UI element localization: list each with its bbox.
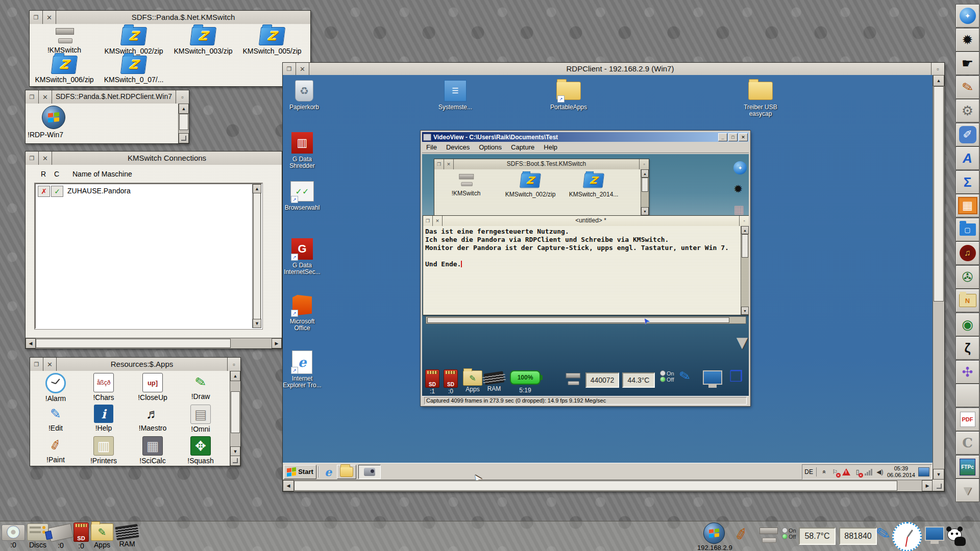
desktop-icon-papierkorb[interactable]: ♻ Papierkorb <box>283 79 329 111</box>
app-squash[interactable]: ✥ !Squash <box>177 436 224 465</box>
scrollbar-slider[interactable] <box>179 114 188 130</box>
blank-button[interactable] <box>955 384 979 407</box>
desktop-icon-internet-explorer[interactable]: e Internet Explorer Tro... <box>283 350 327 389</box>
close-icon[interactable] <box>39 152 52 165</box>
reset-cell-cross-icon[interactable]: ✗ <box>38 186 50 197</box>
connect-cell-check-icon[interactable]: ✓ <box>51 186 63 197</box>
eye-viewer-icon[interactable]: ◉ <box>955 313 979 336</box>
app-omni[interactable]: ▤ !Omni <box>177 405 224 433</box>
machine-name[interactable]: ZUHAUSE.Pandora <box>67 187 131 195</box>
quicklaunch-ie-icon[interactable]: e <box>322 465 335 479</box>
videoview-titlebar[interactable]: VideoView - C:\Users\Raik\Documents\Test… <box>422 132 749 142</box>
sigma-calc-icon[interactable]: Σ <box>955 170 979 194</box>
iconbar-kmswitch[interactable] <box>756 527 780 544</box>
desktop-icon-gdata-shredder[interactable]: ▥ G Data Shredder <box>283 131 327 169</box>
font-inspector-icon[interactable]: A <box>955 146 979 170</box>
iconbar-cd-drive[interactable]: :0 <box>1 524 26 549</box>
scrollbar-slider[interactable] <box>294 481 897 491</box>
iconbar-usb-drive[interactable]: :0 <box>48 525 74 549</box>
horizontal-scrollbar[interactable]: ◀ ▶ <box>26 338 282 348</box>
netfetch-folder-icon[interactable]: N <box>955 289 979 312</box>
c-compiler-icon[interactable]: C <box>955 431 979 455</box>
resize-handle[interactable] <box>179 133 189 143</box>
film-projector-icon[interactable]: ✇ <box>955 265 979 289</box>
list-scrollbar[interactable]: ▲ ▼ <box>252 184 261 328</box>
file-kmswitch-app[interactable]: !KMSwitch <box>31 27 98 54</box>
app-printers[interactable]: ▥ !Printers <box>80 436 127 465</box>
desktop-icon-portableapps[interactable]: PortableApps <box>544 79 593 111</box>
app-help[interactable]: i !Help <box>80 405 127 432</box>
close-icon[interactable] <box>43 358 57 371</box>
filer-kmswitch-titlebar[interactable]: SDFS::Panda.$.Net.KMSwitch <box>30 11 310 24</box>
iconbar-paint[interactable]: ✐ <box>735 525 748 543</box>
rdp-vertical-scrollbar[interactable]: ▲ ▼ <box>933 75 944 480</box>
iconbar-ram[interactable]: RAM <box>113 525 141 548</box>
pdf-icon[interactable]: PDF <box>955 408 979 431</box>
vertical-scrollbar[interactable]: ▲ <box>178 104 189 143</box>
scroll-up-icon[interactable]: ▲ <box>933 75 944 86</box>
file-zip-007[interactable]: Z KMSwitch_0_07/... <box>100 56 167 84</box>
back-icon[interactable] <box>30 358 43 371</box>
zeta-icon[interactable]: ζ <box>955 336 979 360</box>
menu-file[interactable]: File <box>426 143 437 151</box>
back-icon[interactable] <box>283 63 296 75</box>
back-icon[interactable] <box>30 11 43 24</box>
scroll-left-icon[interactable]: ◀ <box>283 480 294 491</box>
show-desktop-icon[interactable] <box>918 467 929 477</box>
app-maestro[interactable]: ♬ !Maestro <box>129 405 176 432</box>
close-icon[interactable] <box>296 63 309 75</box>
scroll-right-icon[interactable]: ▶ <box>922 480 933 491</box>
app-closeup[interactable]: up] !CloseUp <box>129 373 176 402</box>
nut-bolt-icon[interactable]: ⚙ <box>955 99 979 122</box>
file-rdp-win7-app[interactable]: !RDP-Win7 <box>26 106 82 139</box>
planet-icon[interactable]: ✦ <box>955 4 979 28</box>
music-disc-icon[interactable]: ♫ <box>955 241 979 265</box>
app-scicalc[interactable]: ▦ !SciCalc <box>129 436 176 465</box>
maximize-icon[interactable]: □ <box>728 133 738 141</box>
iconbar-panda[interactable] <box>945 525 966 546</box>
airbrush-icon[interactable]: ✐ <box>955 123 979 146</box>
scroll-up-icon[interactable]: ▲ <box>179 104 189 114</box>
info-star-icon[interactable]: ✹ <box>955 28 979 52</box>
network-signal-icon[interactable] <box>865 468 873 475</box>
quicklaunch-folder-button[interactable] <box>337 465 356 479</box>
resize-handle[interactable] <box>230 456 240 466</box>
warning-icon[interactable] <box>842 468 850 476</box>
toggle-size-icon[interactable] <box>227 358 240 371</box>
scroll-left-icon[interactable]: ◀ <box>26 338 36 348</box>
toggle-size-icon[interactable] <box>176 90 189 104</box>
toggle-size-icon[interactable] <box>931 63 944 75</box>
scroll-down-icon[interactable]: ▼ <box>230 446 240 457</box>
desktop-icon-systemsteuerung[interactable]: ☰ Systemste... <box>431 79 480 111</box>
photo-index-icon[interactable]: ▦ <box>955 194 979 217</box>
resize-handle[interactable] <box>932 479 944 491</box>
menu-capture[interactable]: Capture <box>511 143 534 151</box>
app-paint[interactable]: ✐ !Paint <box>32 436 79 464</box>
desktop-icon-treiber-usb[interactable]: Treiber USB easycap <box>736 79 785 117</box>
iconbar-display-setup[interactable] <box>925 527 944 541</box>
close-icon[interactable]: ✕ <box>739 133 748 141</box>
apps-titlebar[interactable]: Resources:$.Apps <box>30 358 240 371</box>
back-icon[interactable] <box>26 90 39 104</box>
desktop-icon-gdata-internetsecurity[interactable]: G G Data InternetSec... <box>283 237 327 276</box>
tray-clock[interactable]: 05:39 06.06.2014 <box>887 465 915 479</box>
file-zip-003[interactable]: Z KMSwitch_003/zip <box>169 27 237 55</box>
scrollbar-slider[interactable] <box>253 193 261 319</box>
scroll-right-icon[interactable]: ▶ <box>272 338 282 348</box>
menu-options[interactable]: Options <box>479 143 502 151</box>
speaker-icon[interactable]: ◀) <box>876 468 884 476</box>
filer-rdpclient-titlebar[interactable]: SDFS::Panda.$.Net.RDPClient.Win7 <box>26 90 189 104</box>
close-icon[interactable] <box>43 11 56 24</box>
vertical-scrollbar[interactable]: ▲ ▼ <box>230 371 240 466</box>
grab-hand-icon[interactable]: ☛ <box>955 52 979 75</box>
back-icon[interactable] <box>26 152 39 165</box>
file-zip-005[interactable]: Z KMSwitch_005/zip <box>238 27 306 55</box>
pictures-folder-icon[interactable]: ▢ <box>955 218 979 241</box>
scrollbar-slider[interactable] <box>231 391 240 433</box>
desktop-icon-browserwahl[interactable]: ✓✓ Browserwahl <box>283 180 327 211</box>
rdp-horizontal-scrollbar[interactable]: ◀ ▶ <box>283 480 933 491</box>
scrollbar-slider[interactable] <box>36 339 231 348</box>
iconbar-clock[interactable] <box>892 522 922 551</box>
scroll-down-icon[interactable]: ▼ <box>253 319 261 328</box>
connections-titlebar[interactable]: KMSwitch Connections <box>26 152 282 165</box>
